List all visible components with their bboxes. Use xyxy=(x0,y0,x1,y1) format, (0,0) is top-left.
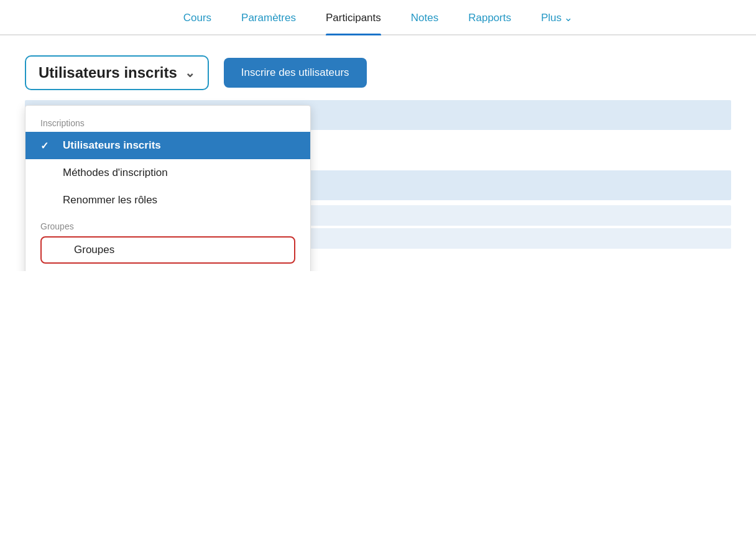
nav-participants[interactable]: Participants xyxy=(326,12,381,34)
check-icon: ✓ xyxy=(40,140,53,152)
dropdown-item-label: Utilisateurs inscrits xyxy=(63,139,295,152)
dropdown-item-renommer[interactable]: Renommer les rôles xyxy=(25,187,310,214)
nav-parametres[interactable]: Paramètres xyxy=(241,12,296,34)
nav-plus[interactable]: Plus ⌄ xyxy=(541,11,573,34)
dropdown-item-label: Groupes xyxy=(74,244,284,256)
dropdown-trigger-label: Utilisateurs inscrits xyxy=(39,64,177,81)
dropdown-item-groupements[interactable]: Groupements xyxy=(25,265,310,271)
dropdown-item-utilisateurs-inscrits[interactable]: ✓ Utilisateurs inscrits xyxy=(25,132,310,159)
dropdown-item-label: Méthodes d'inscription xyxy=(63,167,295,179)
dropdown-trigger[interactable]: Utilisateurs inscrits ⌄ xyxy=(25,55,209,90)
section-label-groupes: Groupes xyxy=(25,214,310,235)
dropdown-arrow-icon: ⌄ xyxy=(185,65,195,80)
top-navigation: Cours Paramètres Participants Notes Rapp… xyxy=(0,0,756,35)
dropdown-menu: Inscriptions ✓ Utilisateurs inscrits Mét… xyxy=(25,105,311,271)
dropdown-item-groupes[interactable]: Groupes xyxy=(40,236,295,264)
nav-notes[interactable]: Notes xyxy=(411,12,438,34)
inscrire-button[interactable]: Inscrire des utilisateurs xyxy=(224,58,367,88)
nav-cours[interactable]: Cours xyxy=(183,12,211,34)
dropdown-item-methodes[interactable]: Méthodes d'inscription xyxy=(25,159,310,187)
nav-plus-label: Plus xyxy=(541,12,561,24)
nav-rapports[interactable]: Rapports xyxy=(468,12,511,34)
section-label-inscriptions: Inscriptions xyxy=(25,111,310,132)
top-row: Utilisateurs inscrits ⌄ Inscrire des uti… xyxy=(25,55,731,90)
dropdown-item-label: Renommer les rôles xyxy=(63,194,295,206)
chevron-down-icon: ⌄ xyxy=(564,11,573,24)
main-content: Utilisateurs inscrits ⌄ Inscrire des uti… xyxy=(0,35,756,271)
